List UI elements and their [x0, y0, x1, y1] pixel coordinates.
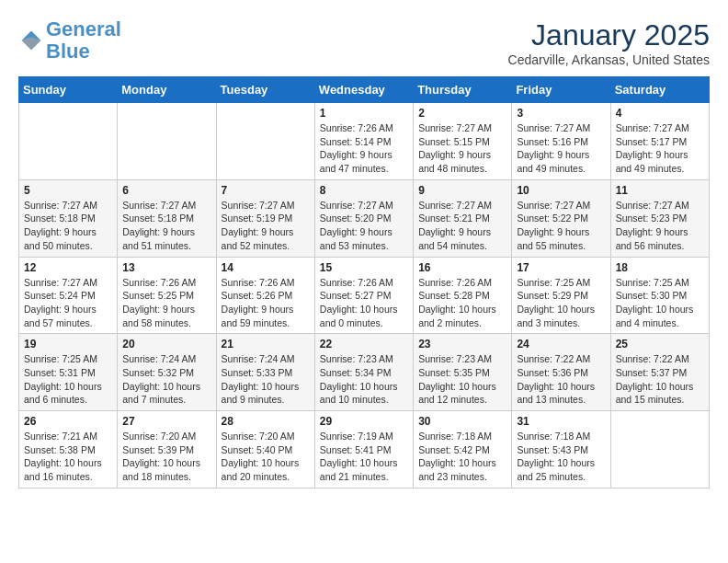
- weekday-header-wednesday: Wednesday: [314, 77, 413, 103]
- day-info: Sunrise: 7:27 AM Sunset: 5:21 PM Dayligh…: [418, 199, 506, 253]
- day-number: 18: [616, 261, 704, 274]
- day-number: 13: [122, 261, 210, 274]
- day-number: 10: [517, 184, 605, 197]
- calendar-cell: 26Sunrise: 7:21 AM Sunset: 5:38 PM Dayli…: [19, 411, 118, 488]
- calendar-cell: [610, 411, 709, 488]
- day-number: 7: [222, 184, 310, 197]
- day-info: Sunrise: 7:26 AM Sunset: 5:28 PM Dayligh…: [418, 276, 506, 330]
- calendar-cell: 2Sunrise: 7:27 AM Sunset: 5:15 PM Daylig…: [414, 103, 512, 180]
- day-info: Sunrise: 7:23 AM Sunset: 5:34 PM Dayligh…: [320, 352, 408, 407]
- calendar-cell: 21Sunrise: 7:24 AM Sunset: 5:33 PM Dayli…: [216, 334, 314, 411]
- weekday-header-row: SundayMondayTuesdayWednesdayThursdayFrid…: [19, 77, 710, 103]
- day-number: 14: [222, 261, 310, 274]
- calendar-cell: 16Sunrise: 7:26 AM Sunset: 5:28 PM Dayli…: [414, 257, 512, 334]
- day-info: Sunrise: 7:24 AM Sunset: 5:32 PM Dayligh…: [122, 352, 210, 407]
- day-info: Sunrise: 7:22 AM Sunset: 5:36 PM Dayligh…: [517, 352, 605, 407]
- day-number: 27: [122, 415, 210, 428]
- day-info: Sunrise: 7:27 AM Sunset: 5:24 PM Dayligh…: [24, 276, 112, 330]
- day-number: 2: [418, 107, 506, 120]
- calendar-cell: 11Sunrise: 7:27 AM Sunset: 5:23 PM Dayli…: [610, 179, 709, 257]
- day-number: 5: [24, 184, 112, 197]
- day-number: 26: [24, 415, 112, 428]
- day-number: 9: [418, 184, 506, 197]
- calendar-cell: 10Sunrise: 7:27 AM Sunset: 5:22 PM Dayli…: [512, 179, 610, 257]
- day-info: Sunrise: 7:21 AM Sunset: 5:38 PM Dayligh…: [24, 430, 112, 484]
- calendar-cell: 17Sunrise: 7:25 AM Sunset: 5:29 PM Dayli…: [512, 257, 610, 334]
- calendar-cell: 8Sunrise: 7:27 AM Sunset: 5:20 PM Daylig…: [314, 179, 413, 257]
- logo-icon: [18, 28, 44, 53]
- calendar-cell: 28Sunrise: 7:20 AM Sunset: 5:40 PM Dayli…: [216, 411, 314, 488]
- day-info: Sunrise: 7:27 AM Sunset: 5:18 PM Dayligh…: [24, 199, 112, 253]
- day-number: 28: [222, 415, 310, 428]
- calendar-cell: 24Sunrise: 7:22 AM Sunset: 5:36 PM Dayli…: [512, 334, 610, 411]
- day-number: 21: [222, 338, 310, 350]
- month-title: January 2025: [508, 18, 710, 52]
- day-number: 8: [320, 184, 408, 197]
- day-info: Sunrise: 7:18 AM Sunset: 5:42 PM Dayligh…: [418, 430, 506, 484]
- day-info: Sunrise: 7:27 AM Sunset: 5:17 PM Dayligh…: [616, 121, 704, 176]
- day-info: Sunrise: 7:26 AM Sunset: 5:26 PM Dayligh…: [222, 276, 310, 330]
- day-number: 31: [517, 415, 605, 428]
- calendar-table: SundayMondayTuesdayWednesdayThursdayFrid…: [18, 76, 710, 488]
- day-info: Sunrise: 7:27 AM Sunset: 5:19 PM Dayligh…: [222, 199, 310, 253]
- calendar-week-4: 19Sunrise: 7:25 AM Sunset: 5:31 PM Dayli…: [19, 334, 710, 411]
- calendar-cell: 12Sunrise: 7:27 AM Sunset: 5:24 PM Dayli…: [19, 257, 118, 334]
- day-info: Sunrise: 7:27 AM Sunset: 5:16 PM Dayligh…: [517, 121, 605, 176]
- day-number: 22: [320, 338, 408, 350]
- calendar-cell: [216, 103, 314, 180]
- day-number: 20: [122, 338, 210, 350]
- day-info: Sunrise: 7:26 AM Sunset: 5:25 PM Dayligh…: [122, 276, 210, 330]
- day-info: Sunrise: 7:27 AM Sunset: 5:18 PM Dayligh…: [122, 199, 210, 253]
- weekday-header-thursday: Thursday: [414, 77, 512, 103]
- calendar-cell: 19Sunrise: 7:25 AM Sunset: 5:31 PM Dayli…: [19, 334, 118, 411]
- day-info: Sunrise: 7:27 AM Sunset: 5:15 PM Dayligh…: [418, 121, 506, 176]
- day-number: 11: [616, 184, 704, 197]
- day-number: 17: [517, 261, 605, 274]
- calendar-week-5: 26Sunrise: 7:21 AM Sunset: 5:38 PM Dayli…: [19, 411, 710, 488]
- calendar-cell: 30Sunrise: 7:18 AM Sunset: 5:42 PM Dayli…: [414, 411, 512, 488]
- day-info: Sunrise: 7:27 AM Sunset: 5:20 PM Dayligh…: [320, 199, 408, 253]
- logo-text: General Blue: [46, 18, 121, 63]
- calendar-cell: 31Sunrise: 7:18 AM Sunset: 5:43 PM Dayli…: [512, 411, 610, 488]
- weekday-header-monday: Monday: [118, 77, 216, 103]
- day-number: 25: [616, 338, 704, 350]
- calendar-cell: [118, 103, 216, 180]
- day-info: Sunrise: 7:20 AM Sunset: 5:40 PM Dayligh…: [222, 430, 310, 484]
- calendar-week-2: 5Sunrise: 7:27 AM Sunset: 5:18 PM Daylig…: [19, 179, 710, 257]
- day-info: Sunrise: 7:24 AM Sunset: 5:33 PM Dayligh…: [222, 352, 310, 407]
- calendar-cell: 5Sunrise: 7:27 AM Sunset: 5:18 PM Daylig…: [19, 179, 118, 257]
- calendar-cell: 4Sunrise: 7:27 AM Sunset: 5:17 PM Daylig…: [610, 103, 709, 180]
- calendar-cell: 27Sunrise: 7:20 AM Sunset: 5:39 PM Dayli…: [118, 411, 216, 488]
- calendar-cell: 22Sunrise: 7:23 AM Sunset: 5:34 PM Dayli…: [314, 334, 413, 411]
- day-info: Sunrise: 7:25 AM Sunset: 5:31 PM Dayligh…: [24, 352, 112, 407]
- day-info: Sunrise: 7:26 AM Sunset: 5:27 PM Dayligh…: [320, 276, 408, 330]
- calendar-cell: 25Sunrise: 7:22 AM Sunset: 5:37 PM Dayli…: [610, 334, 709, 411]
- day-info: Sunrise: 7:19 AM Sunset: 5:41 PM Dayligh…: [320, 430, 408, 484]
- calendar-cell: 23Sunrise: 7:23 AM Sunset: 5:35 PM Dayli…: [414, 334, 512, 411]
- weekday-header-friday: Friday: [512, 77, 610, 103]
- day-info: Sunrise: 7:23 AM Sunset: 5:35 PM Dayligh…: [418, 352, 506, 407]
- day-info: Sunrise: 7:26 AM Sunset: 5:14 PM Dayligh…: [320, 121, 408, 176]
- calendar-week-1: 1Sunrise: 7:26 AM Sunset: 5:14 PM Daylig…: [19, 103, 710, 180]
- calendar-cell: 1Sunrise: 7:26 AM Sunset: 5:14 PM Daylig…: [314, 103, 413, 180]
- day-number: 3: [517, 107, 605, 120]
- calendar-cell: 15Sunrise: 7:26 AM Sunset: 5:27 PM Dayli…: [314, 257, 413, 334]
- day-number: 1: [320, 107, 408, 120]
- weekday-header-sunday: Sunday: [19, 77, 118, 103]
- day-info: Sunrise: 7:18 AM Sunset: 5:43 PM Dayligh…: [517, 430, 605, 484]
- calendar-cell: 6Sunrise: 7:27 AM Sunset: 5:18 PM Daylig…: [118, 179, 216, 257]
- day-number: 6: [122, 184, 210, 197]
- day-info: Sunrise: 7:25 AM Sunset: 5:30 PM Dayligh…: [616, 276, 704, 330]
- weekday-header-saturday: Saturday: [610, 77, 709, 103]
- calendar-cell: 13Sunrise: 7:26 AM Sunset: 5:25 PM Dayli…: [118, 257, 216, 334]
- day-number: 23: [418, 338, 506, 350]
- day-number: 29: [320, 415, 408, 428]
- title-area: January 2025 Cedarville, Arkansas, Unite…: [508, 18, 710, 67]
- calendar-cell: [19, 103, 118, 180]
- calendar-week-3: 12Sunrise: 7:27 AM Sunset: 5:24 PM Dayli…: [19, 257, 710, 334]
- day-number: 30: [418, 415, 506, 428]
- day-number: 19: [24, 338, 112, 350]
- calendar-cell: 7Sunrise: 7:27 AM Sunset: 5:19 PM Daylig…: [216, 179, 314, 257]
- calendar-cell: 20Sunrise: 7:24 AM Sunset: 5:32 PM Dayli…: [118, 334, 216, 411]
- logo: General Blue: [18, 18, 121, 63]
